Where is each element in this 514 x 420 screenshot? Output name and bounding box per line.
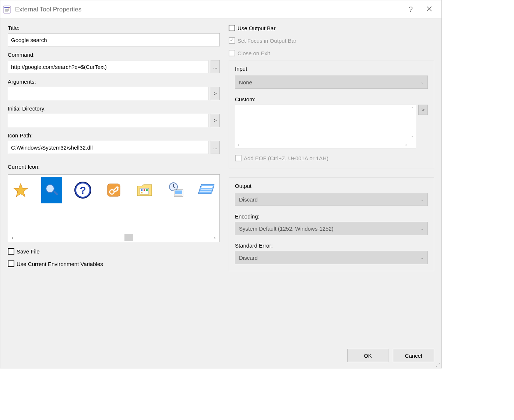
output-combo[interactable]: Discard ⌄ [235,193,428,206]
input-group: Input None ⌄ Custom: ˄˅ ‹› > Add EOF (Ct… [229,60,434,168]
ok-button[interactable]: OK [347,349,388,362]
titlebar: External Tool Properties ? [0,0,441,19]
svg-text:?: ? [80,185,86,196]
command-input[interactable] [8,60,208,73]
window-title: External Tool Properties [15,6,402,13]
svg-rect-27 [200,189,212,190]
cancel-button[interactable]: Cancel [393,349,434,362]
right-column: Use Output Bar Set Focus in Output Bar C… [229,25,434,362]
custom-textarea[interactable]: ˄˅ ‹› [235,105,416,149]
closeexit-checkbox [229,50,235,56]
svg-rect-8 [53,190,58,195]
arguments-label: Arguments: [8,78,220,85]
icon-folder-icons[interactable] [134,177,155,203]
close-icon[interactable] [419,6,439,13]
addeof-checkbox [235,155,242,161]
left-column: Title: Command: ... Arguments: > Initial… [8,25,220,362]
stderr-label: Standard Error: [235,242,428,249]
custom-vscroll[interactable]: ˄˅ [409,106,416,140]
command-browse-button[interactable]: ... [211,60,220,73]
icon-star[interactable] [10,177,31,203]
resize-grip-icon[interactable]: ⋰ [436,362,441,367]
chevron-down-icon: ⌄ [420,226,424,231]
scroll-right-icon[interactable]: › [214,234,216,241]
input-combo-value: None [239,79,252,85]
addeof-label: Add EOF (Ctrl+Z, U+001A or 1AH) [244,155,328,161]
app-icon [3,5,11,14]
svg-rect-16 [144,189,145,191]
icon-picker: ? ‹ [8,174,220,242]
output-group-label: Output [235,183,428,189]
useoutputbar-checkbox[interactable] [229,25,235,31]
svg-rect-28 [200,191,211,192]
help-icon[interactable]: ? [402,5,419,14]
icon-magnifier[interactable] [41,177,62,203]
useoutputbar-label[interactable]: Use Output Bar [237,25,275,31]
dialog-window: External Tool Properties ? Title: Comman… [0,0,442,368]
custom-label: Custom: [235,96,428,102]
icon-clock-picture[interactable] [165,177,186,203]
savefile-label[interactable]: Save File [17,248,40,255]
svg-rect-18 [141,192,142,193]
encoding-combo-value: System Default (1252, Windows-1252) [239,225,334,232]
command-label: Command: [8,52,220,58]
svg-rect-23 [175,190,182,194]
svg-rect-15 [141,189,142,191]
chevron-down-icon: ⌄ [420,80,424,85]
encoding-combo[interactable]: System Default (1252, Windows-1252) ⌄ [235,222,428,235]
input-group-label: Input [235,66,428,72]
closeexit-label: Close on Exit [237,50,270,56]
svg-rect-1 [4,7,10,8]
arguments-input[interactable] [8,87,208,100]
setfocus-checkbox [229,37,235,44]
svg-rect-17 [146,189,148,191]
title-label: Title: [8,25,220,31]
icon-key[interactable] [103,177,124,203]
arguments-more-button[interactable]: > [211,87,220,100]
custom-hscroll[interactable]: ‹› [237,142,407,148]
encoding-label: Encoding: [235,213,428,220]
chevron-down-icon: ⌄ [420,197,424,202]
input-combo[interactable]: None ⌄ [235,76,428,89]
savefile-checkbox[interactable] [8,248,14,255]
dialog-buttons: OK Cancel [347,349,434,362]
iconpath-input[interactable] [8,141,208,154]
icon-picker-scrollbar[interactable]: ‹ › [8,233,219,242]
title-input[interactable] [8,33,220,46]
icon-help-question[interactable]: ? [73,177,93,203]
initdir-label: Initial Directory: [8,105,220,112]
envvars-label[interactable]: Use Current Environment Variables [17,261,103,267]
iconpath-browse-button[interactable]: ... [211,141,220,154]
currenticon-label: Current Icon: [8,164,220,170]
stderr-combo-value: Discard [239,255,258,261]
icon-run-dialog[interactable] [197,177,217,203]
custom-more-button[interactable]: > [418,105,428,115]
output-group: Output Discard ⌄ Encoding: System Defaul… [229,177,434,271]
svg-rect-24 [175,195,182,196]
client-area: Title: Command: ... Arguments: > Initial… [0,19,441,368]
chevron-down-icon: ⌄ [420,255,424,260]
svg-point-7 [46,185,54,193]
svg-rect-26 [201,186,213,188]
initdir-more-button[interactable]: > [211,114,220,127]
initdir-input[interactable] [8,114,208,127]
envvars-checkbox[interactable] [8,260,14,267]
output-combo-value: Discard [239,196,258,203]
scroll-left-icon[interactable]: ‹ [12,234,14,241]
scroll-thumb[interactable] [124,234,133,241]
stderr-combo[interactable]: Discard ⌄ [235,251,428,264]
iconpath-label: Icon Path: [8,132,220,139]
setfocus-label: Set Focus in Output Bar [237,38,296,44]
